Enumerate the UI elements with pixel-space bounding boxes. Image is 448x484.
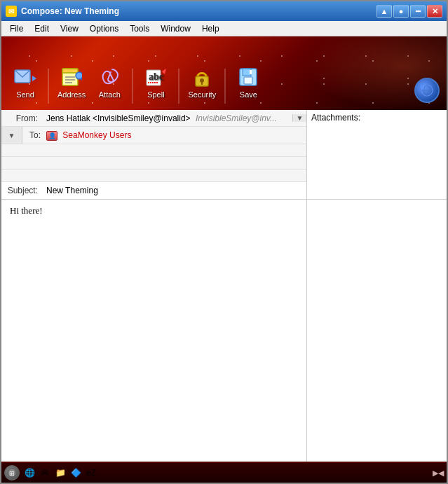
taskbar-item-4[interactable]: 🔷 [69,466,83,480]
security-label: Security [188,90,216,99]
spell-icon: abc [144,66,167,88]
spell-label: Spell [147,90,164,99]
to-expand-button[interactable]: ▼ [1,127,22,144]
empty-row-3 [1,170,306,182]
menu-options[interactable]: Options [84,22,124,35]
attachments-body-panel [306,200,447,462]
taskbar-item-5[interactable]: eZ [84,466,98,480]
compose-area: From: Jens Hatlak <InvisibleSmiley@inval… [1,110,447,462]
maximize-button[interactable]: ━ [410,5,426,18]
titlebar-icon: ✉ [6,6,17,17]
svg-point-12 [76,72,82,79]
send-button[interactable]: Send [7,63,43,102]
taskbar-clock: ▶◀ [433,469,444,478]
svg-text:⊞: ⊞ [9,470,15,477]
attach-icon [98,66,121,88]
separator-2 [132,69,133,104]
menubar: File Edit View Options Tools Window Help [1,21,447,36]
menu-file[interactable]: File [4,22,29,35]
svg-text:abc: abc [149,71,163,82]
to-label: To: [22,128,43,142]
send-label: Send [16,90,34,99]
titlebar: ✉ Compose: New Theming ▲ ● ━ ✕ [1,1,447,21]
svg-rect-8 [62,69,78,73]
svg-point-19 [200,78,204,83]
attachments-label: Attachments: [311,113,360,123]
empty-row-2 [1,157,306,170]
svg-marker-6 [32,76,36,81]
close-button[interactable]: ✕ [427,5,442,18]
svg-rect-24 [250,70,252,74]
contact-icon: 👤 [46,131,57,141]
separator-1 [48,69,49,104]
from-value: Jens Hatlak <InvisibleSmiley@invalid> In… [43,111,292,125]
minimize-button[interactable]: ▲ [376,5,392,18]
save-button[interactable]: Save [230,63,266,102]
svg-rect-23 [244,77,252,84]
attachments-header-panel: Attachments: [306,110,447,199]
toolbar-buttons: Send Address [1,57,447,110]
from-email-italic: InvisibleSmiley@inv... [196,113,277,123]
separator-3 [178,69,179,104]
address-label: Address [57,90,86,99]
svg-line-13 [81,78,82,81]
to-name: SeaMonkey Users [62,130,131,140]
to-value: 👤 SeaMonkey Users [43,128,306,143]
attach-button[interactable]: Attach [91,63,128,102]
empty-row-1 [1,144,306,157]
subject-label: Subject: [1,184,43,198]
body-area: Hi there! [1,200,447,462]
message-body[interactable]: Hi there! [1,200,306,462]
subject-value: New Theming [43,184,306,198]
save-label: Save [240,90,257,99]
menu-help[interactable]: Help [196,22,225,35]
taskbar-item-2[interactable]: ✉ [38,466,52,480]
save-icon [237,66,259,88]
from-name: Jens Hatlak <InvisibleSmiley@invalid> [46,113,191,123]
taskbar-items: 🌐 ✉ 📁 🔷 eZ [22,466,430,480]
titlebar-buttons: ▲ ● ━ ✕ [376,5,442,18]
start-button[interactable]: ⊞ [4,465,20,480]
address-button[interactable]: Address [53,63,90,102]
address-icon [60,66,83,88]
taskbar-item-3[interactable]: 📁 [53,466,67,480]
send-icon [14,66,36,88]
main-fields: From: Jens Hatlak <InvisibleSmiley@inval… [1,110,306,199]
window-icon: ✉ [8,8,14,15]
window-title: Compose: New Theming [21,6,376,16]
menu-window[interactable]: Window [155,22,196,35]
attach-label: Attach [99,90,121,99]
security-icon [191,66,213,88]
restore-button[interactable]: ● [393,5,409,18]
from-label: From: [1,111,43,125]
subject-row: Subject: New Theming [1,182,306,199]
security-button[interactable]: Security [184,63,220,102]
body-text: Hi there! [10,205,43,216]
menu-tools[interactable]: Tools [124,22,155,35]
to-row: ▼ To: 👤 SeaMonkey Users [1,127,306,144]
taskbar-item-1[interactable]: 🌐 [22,466,36,480]
toolbar-area: Send Address [1,36,447,110]
from-row: From: Jens Hatlak <InvisibleSmiley@inval… [1,110,306,127]
menu-view[interactable]: View [55,22,84,35]
main-window: ✉ Compose: New Theming ▲ ● ━ ✕ File Edit… [0,0,448,484]
spell-button[interactable]: abc Spell [137,63,174,102]
from-dropdown[interactable]: ▼ [292,114,306,122]
header-section: From: Jens Hatlak <InvisibleSmiley@inval… [1,110,447,200]
menu-edit[interactable]: Edit [29,22,55,35]
taskbar: ⊞ 🌐 ✉ 📁 🔷 eZ ▶◀ [1,462,447,483]
separator-4 [224,69,226,104]
